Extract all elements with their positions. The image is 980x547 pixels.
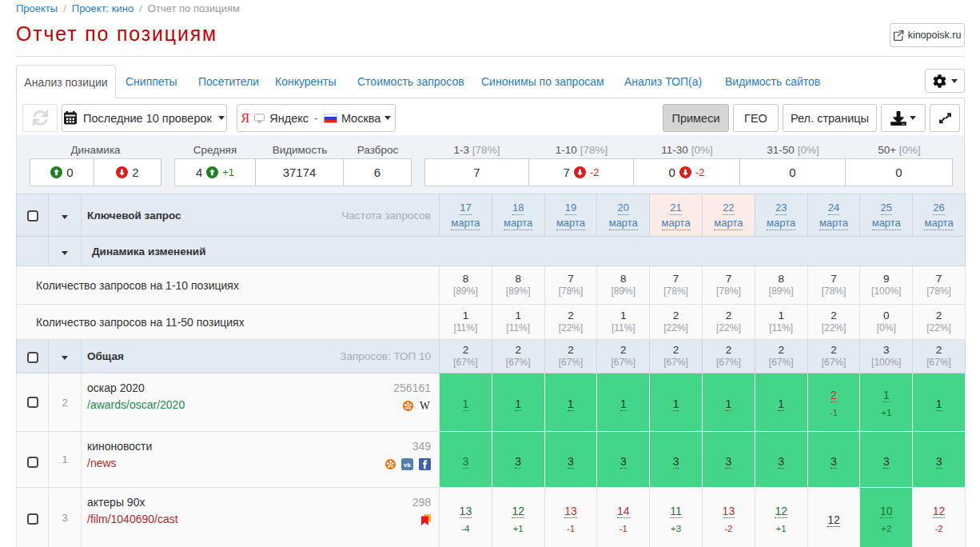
svg-text:W: W bbox=[420, 400, 430, 412]
svg-text:vk: vk bbox=[404, 461, 411, 468]
